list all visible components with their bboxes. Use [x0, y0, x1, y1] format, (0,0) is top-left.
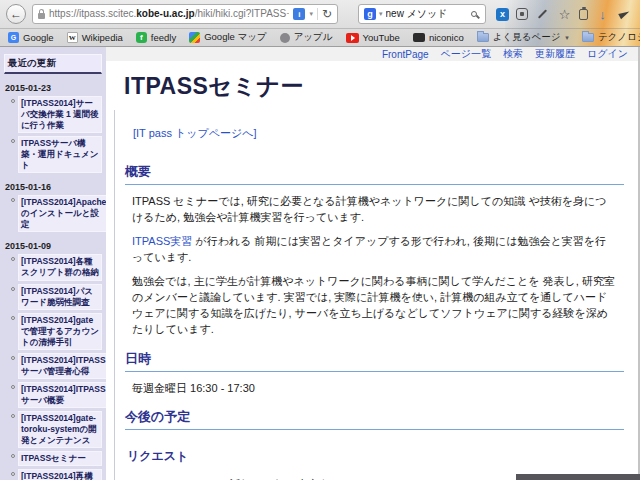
bullet-icon [11, 454, 15, 458]
bookmark-item[interactable]: Wikipedia ▾ [67, 32, 123, 43]
bookmark-item[interactable]: Google マップ ▾ [189, 31, 266, 44]
downloads-icon[interactable] [595, 7, 610, 22]
sidebar-page-link[interactable]: [ITPASS2014]ITPASSサーバ概要 [18, 382, 106, 408]
bookmark-item[interactable]: niconico ▾ [413, 32, 464, 43]
urlbar-dropdown-icon[interactable]: ▾ [309, 10, 313, 18]
update-date: 2015-01-16 [5, 182, 101, 192]
update-group: 2015-01-23 [ITPASS2014]サーバ交換作業 1 週間後に行う作… [4, 83, 102, 173]
update-group: 2015-01-09 [ITPASS2014]各種スクリプト群の格納 [ITPA… [4, 241, 102, 480]
search-engine-dropdown-icon[interactable]: ▾ [379, 10, 383, 18]
wiki-page: 最近の更新 2015-01-23 [ITPASS2014]サーバ交換作業 1 週… [0, 47, 640, 480]
sidebar-page-item[interactable]: [ITPASS2014]Apache のインストールと設定 [11, 195, 102, 232]
bottom-scrollbar[interactable] [516, 474, 640, 480]
bookmark-item[interactable]: アップル ▾ [280, 31, 333, 44]
bullet-icon [11, 257, 15, 261]
wiki-topnav: FrontPage ページ一覧 検索 更新履歴 ログイン [106, 47, 638, 61]
bullet-icon [11, 139, 15, 143]
lock-icon [38, 13, 45, 19]
sidebar-page-item[interactable]: [ITPASS2014]ITPASSサーバ概要 [11, 382, 102, 408]
folder-icon [477, 33, 489, 42]
search-bar[interactable]: ▾ new メソッド [358, 4, 486, 24]
section-heading-datetime: 日時 [125, 350, 624, 372]
section-heading-overview: 概要 [125, 163, 624, 185]
topnav-link[interactable]: 更新履歴 [535, 47, 575, 61]
bookmark-label: niconico [429, 32, 464, 43]
divider [317, 8, 318, 20]
update-items: [ITPASS2014]サーバ交換作業 1 週間後に行う作業 ITPASSサーバ… [4, 96, 102, 173]
bookmark-item[interactable]: YouTube ▾ [346, 32, 400, 43]
sidebar-page-link[interactable]: [ITPASS2014]サーバ交換作業 1 週間後に行う作業 [18, 96, 102, 133]
update-items: [ITPASS2014]各種スクリプト群の格納 [ITPASS2014]パスワー… [4, 254, 102, 480]
search-query[interactable]: new メソッド [386, 7, 468, 21]
topnav-link[interactable]: 検索 [503, 47, 523, 61]
navigation-toolbar: ← https://itpass.scitec.kobe-u.ac.jp/hik… [0, 0, 640, 28]
bullet-icon [11, 356, 15, 360]
sidebar-page-link[interactable]: [ITPASS2014]gateで管理するアカウントの清掃手引 [18, 313, 102, 350]
top-page-link[interactable]: [IT pass トップページへ] [133, 126, 257, 141]
youtube-icon [346, 33, 359, 43]
niconico-tv-icon [413, 33, 425, 42]
send-tab-icon[interactable] [617, 7, 632, 22]
bullet-icon [11, 385, 15, 389]
main-content: FrontPage ページ一覧 検索 更新履歴 ログイン ITPASSセミナー … [106, 47, 638, 480]
bullet-icon [11, 99, 15, 103]
sidebar-page-link[interactable]: [ITPASS2014]各種スクリプト群の格納 [18, 254, 102, 280]
screenshot-icon[interactable] [516, 8, 528, 20]
sidebar-page-item[interactable]: [ITPASS2014]ITPASSサーバ管理者心得 [11, 353, 102, 379]
itpass-jisshu-link[interactable]: ITPASS実習 [132, 235, 192, 247]
overview-paragraph-2: ITPASS実習 が行われる 前期には実習とタイアップする形で行われ, 後期には… [132, 234, 616, 266]
bookmark-item[interactable]: テクノロジー ▾ [582, 31, 640, 44]
toolbar-icon-strip [496, 7, 640, 22]
google-icon [8, 32, 19, 43]
bookmark-label: YouTube [363, 32, 400, 43]
overview-paragraph-3: 勉強会では, 主に学生が計算機やネットワークに関わる事柄に関して学んだことを 発… [132, 274, 616, 338]
topnav-link[interactable]: FrontPage [382, 49, 429, 60]
sidebar-page-link[interactable]: [ITPASS2014]再構築スケジュール [18, 469, 102, 480]
sidebar-page-item[interactable]: [ITPASS2014]パスワード脆弱性調査 [11, 284, 102, 310]
search-engine-google-icon[interactable] [364, 8, 376, 20]
url-bar[interactable]: https://itpass.scitec.kobe-u.ac.jp/hiki/… [32, 4, 338, 24]
topnav-link[interactable]: ログイン [587, 47, 628, 61]
browser-chrome: ← https://itpass.scitec.kobe-u.ac.jp/hik… [0, 0, 640, 47]
topnav-link[interactable]: ページ一覧 [441, 47, 491, 61]
sidebar-page-item[interactable]: [ITPASS2014]gate-toroku-systemの開発とメンテナンス [11, 411, 102, 448]
sidebar-page-item[interactable]: [ITPASS2014]gateで管理するアカウントの清掃手引 [11, 313, 102, 350]
sidebar-page-link[interactable]: ITPASSサーバ構築・運用ドキュメント [18, 136, 102, 173]
back-button[interactable]: ← [6, 4, 26, 24]
edit-icon[interactable] [535, 7, 550, 22]
bookmark-item[interactable]: Google ▾ [8, 32, 54, 43]
bookmark-star-icon[interactable] [557, 7, 572, 22]
bookmark-item[interactable]: feedly ▾ [136, 32, 176, 43]
bookmark-label: テクノロジー [598, 31, 640, 44]
url-text[interactable]: https://itpass.scitec.kobe-u.ac.jp/hiki/… [49, 7, 289, 21]
google-maps-icon [189, 32, 200, 43]
sidebar-page-item[interactable]: ITPASSセミナー [11, 451, 102, 466]
bookmark-item[interactable]: よく見るページ ▾ [477, 31, 569, 44]
reload-icon[interactable]: ↻ [322, 8, 332, 20]
sidebar-page-link[interactable]: [ITPASS2014]パスワード脆弱性調査 [18, 284, 102, 310]
sidebar-page-link[interactable]: [ITPASS2014]ITPASSサーバ管理者心得 [18, 353, 106, 379]
bullet-icon [11, 287, 15, 291]
reading-list-icon[interactable] [579, 9, 588, 20]
recent-updates-list: 2015-01-23 [ITPASS2014]サーバ交換作業 1 週間後に行う作… [4, 83, 102, 480]
recent-updates-heading: 最近の更新 [4, 54, 102, 74]
feedly-icon [136, 32, 147, 43]
sidebar-page-item[interactable]: [ITPASS2014]再構築スケジュール [11, 469, 102, 480]
url-path: /hiki/hiki.cgi?ITPASSセミナー [195, 8, 290, 19]
page-body: [IT pass トップページへ] 概要 ITPASS セミナーでは, 研究に必… [114, 110, 626, 480]
bullet-icon [11, 414, 15, 418]
sidebar-page-item[interactable]: [ITPASS2014]各種スクリプト群の格納 [11, 254, 102, 280]
sidebar-page-link[interactable]: [ITPASS2014]Apache のインストールと設定 [18, 195, 106, 232]
update-date: 2015-01-09 [5, 241, 101, 251]
sidebar-page-link[interactable]: ITPASSセミナー [18, 451, 102, 466]
overview-paragraph-1: ITPASS セミナーでは, 研究に必要となる計算機やネットワークに関しての知識… [132, 194, 616, 226]
search-icon[interactable] [471, 11, 477, 17]
sidebar-page-item[interactable]: [ITPASS2014]サーバ交換作業 1 週間後に行う作業 [11, 96, 102, 133]
bullet-icon [11, 198, 15, 202]
sidebar-page-item[interactable]: ITPASSサーバ構築・運用ドキュメント [11, 136, 102, 173]
update-group: 2015-01-16 [ITPASS2014]Apache のインストールと設定 [4, 182, 102, 232]
xmarks-extension-icon[interactable] [496, 8, 509, 21]
page-action-icon[interactable] [293, 8, 305, 20]
sidebar-page-link[interactable]: [ITPASS2014]gate-toroku-systemの開発とメンテナンス [18, 411, 102, 448]
overview-paragraph-2-text: が行われる 前期には実習とタイアップする形で行われ, 後期には勉強会と実習を行っ… [132, 235, 606, 263]
